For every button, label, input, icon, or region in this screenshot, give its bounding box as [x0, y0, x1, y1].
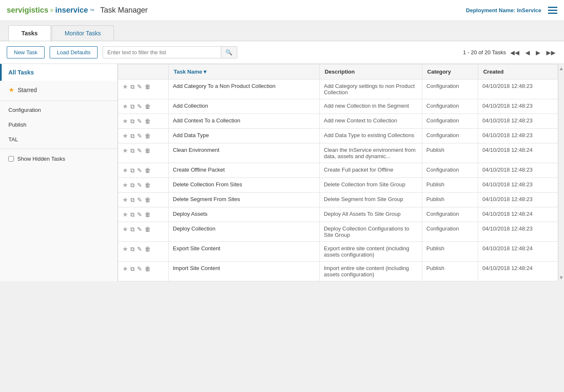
- sidebar-item-tal[interactable]: TAL: [0, 132, 117, 147]
- delete-action-0[interactable]: 🗑: [145, 83, 151, 90]
- actions-cell-11: ★ ⧉ ✎ 🗑: [118, 262, 169, 281]
- copy-action-9[interactable]: ⧉: [130, 226, 135, 233]
- sidebar-item-configuration[interactable]: Configuration: [0, 103, 117, 117]
- first-page-button[interactable]: ◀◀: [508, 48, 521, 57]
- task-date-7: 04/10/2018 12:48:23: [478, 193, 558, 207]
- filter-input[interactable]: [103, 47, 221, 58]
- task-date-0: 04/10/2018 12:48:23: [478, 79, 558, 99]
- sidebar-divider-2: [0, 148, 117, 149]
- task-name-9: Deploy Collection: [169, 222, 320, 242]
- edit-action-11[interactable]: ✎: [137, 265, 142, 272]
- delete-action-8[interactable]: 🗑: [145, 211, 151, 218]
- menu-icon[interactable]: [548, 7, 557, 14]
- edit-action-7[interactable]: ✎: [137, 196, 142, 203]
- star-action-10[interactable]: ★: [122, 245, 128, 253]
- task-date-6: 04/10/2018 12:48:23: [478, 178, 558, 193]
- scroll-up-icon[interactable]: ▲: [558, 65, 564, 72]
- edit-action-2[interactable]: ✎: [137, 118, 142, 124]
- star-action-6[interactable]: ★: [122, 181, 128, 189]
- pagination-info: 1 - 20 of 20 Tasks ◀◀ ◀ ▶ ▶▶: [463, 48, 557, 57]
- edit-action-8[interactable]: ✎: [137, 211, 142, 218]
- actions-cell-6: ★ ⧉ ✎ 🗑: [118, 178, 169, 193]
- tab-monitor-tasks[interactable]: Monitor Tasks: [52, 25, 114, 41]
- delete-action-9[interactable]: 🗑: [145, 226, 151, 233]
- show-hidden-checkbox[interactable]: [8, 156, 14, 162]
- copy-action-4[interactable]: ⧉: [130, 147, 135, 154]
- delete-action-5[interactable]: 🗑: [145, 167, 151, 174]
- table-row: ★ ⧉ ✎ 🗑 Deploy Collection Deploy Collect…: [118, 222, 558, 242]
- copy-action-1[interactable]: ⧉: [130, 103, 135, 110]
- star-action-5[interactable]: ★: [122, 167, 128, 174]
- sidebar-item-publish[interactable]: Publish: [0, 117, 117, 132]
- task-desc-0: Add Category settings to non Product Col…: [319, 79, 422, 99]
- star-gold-icon: ★: [8, 86, 14, 94]
- next-page-button[interactable]: ▶: [534, 48, 542, 57]
- content-wrapper: All Tasks ★ Starred Configuration Publis…: [0, 64, 564, 281]
- star-action-7[interactable]: ★: [122, 196, 128, 204]
- copy-action-11[interactable]: ⧉: [130, 265, 135, 273]
- star-action-0[interactable]: ★: [122, 83, 128, 90]
- star-action-2[interactable]: ★: [122, 117, 128, 125]
- star-action-4[interactable]: ★: [122, 147, 128, 154]
- tab-tasks[interactable]: Tasks: [8, 25, 51, 41]
- copy-action-10[interactable]: ⧉: [130, 246, 135, 253]
- copy-action-0[interactable]: ⧉: [130, 83, 135, 90]
- copy-action-5[interactable]: ⧉: [130, 167, 135, 174]
- task-name-3: Add Data Type: [169, 129, 320, 143]
- task-cat-10: Publish: [422, 242, 478, 262]
- delete-action-2[interactable]: 🗑: [145, 118, 151, 124]
- scroll-down-icon[interactable]: ▼: [558, 274, 564, 281]
- task-cat-9: Configuration: [422, 222, 478, 242]
- copy-action-6[interactable]: ⧉: [130, 182, 135, 189]
- task-name-0: Add Category To a Non Product Collection: [169, 79, 320, 99]
- task-date-8: 04/10/2018 12:48:24: [478, 207, 558, 222]
- load-defaults-button[interactable]: Load Defaults: [50, 46, 98, 58]
- edit-action-0[interactable]: ✎: [137, 83, 142, 90]
- star-action-1[interactable]: ★: [122, 103, 128, 110]
- new-task-button[interactable]: New Task: [7, 46, 45, 58]
- task-desc-2: Add new Context to Collection: [319, 114, 422, 129]
- copy-action-2[interactable]: ⧉: [130, 118, 135, 125]
- copy-action-7[interactable]: ⧉: [130, 196, 135, 204]
- edit-action-10[interactable]: ✎: [137, 246, 142, 252]
- edit-action-1[interactable]: ✎: [137, 103, 142, 110]
- actions-cell-9: ★ ⧉ ✎ 🗑: [118, 222, 169, 242]
- task-date-4: 04/10/2018 12:48:24: [478, 143, 558, 163]
- edit-action-9[interactable]: ✎: [137, 226, 142, 233]
- col-task-name[interactable]: Task Name ▾: [169, 64, 320, 79]
- delete-action-3[interactable]: 🗑: [145, 132, 151, 139]
- delete-action-10[interactable]: 🗑: [145, 246, 151, 252]
- edit-action-4[interactable]: ✎: [137, 147, 142, 154]
- col-created: Created: [478, 64, 558, 79]
- delete-action-1[interactable]: 🗑: [145, 103, 151, 110]
- task-name-4: Clean Environment: [169, 143, 320, 163]
- last-page-button[interactable]: ▶▶: [545, 48, 557, 57]
- col-actions: [118, 64, 169, 79]
- sidebar: All Tasks ★ Starred Configuration Publis…: [0, 64, 118, 281]
- copy-action-3[interactable]: ⧉: [130, 132, 135, 140]
- task-date-9: 04/10/2018 12:48:23: [478, 222, 558, 242]
- prev-page-button[interactable]: ◀: [524, 48, 532, 57]
- task-name-10: Export Site Content: [169, 242, 320, 262]
- edit-action-3[interactable]: ✎: [137, 132, 142, 139]
- delete-action-4[interactable]: 🗑: [145, 147, 151, 154]
- delete-action-7[interactable]: 🗑: [145, 196, 151, 203]
- task-desc-7: Delete Segment from Site Group: [319, 193, 422, 207]
- edit-action-5[interactable]: ✎: [137, 167, 142, 174]
- star-action-3[interactable]: ★: [122, 132, 128, 140]
- actions-cell-3: ★ ⧉ ✎ 🗑: [118, 129, 169, 143]
- starred-label: Starred: [18, 87, 37, 93]
- star-action-8[interactable]: ★: [122, 211, 128, 218]
- search-button[interactable]: 🔍: [221, 47, 237, 58]
- star-action-11[interactable]: ★: [122, 265, 128, 273]
- delete-action-6[interactable]: 🗑: [145, 182, 151, 188]
- show-hidden-tasks: Show Hidden Tasks: [0, 151, 117, 167]
- task-desc-3: Add Data Type to existing Collections: [319, 129, 422, 143]
- table-row: ★ ⧉ ✎ 🗑 Add Category To a Non Product Co…: [118, 79, 558, 99]
- copy-action-8[interactable]: ⧉: [130, 211, 135, 218]
- star-action-9[interactable]: ★: [122, 225, 128, 233]
- sidebar-item-starred[interactable]: ★ Starred: [0, 81, 117, 99]
- delete-action-11[interactable]: 🗑: [145, 265, 151, 272]
- edit-action-6[interactable]: ✎: [137, 182, 142, 188]
- sidebar-item-all-tasks[interactable]: All Tasks: [0, 64, 117, 81]
